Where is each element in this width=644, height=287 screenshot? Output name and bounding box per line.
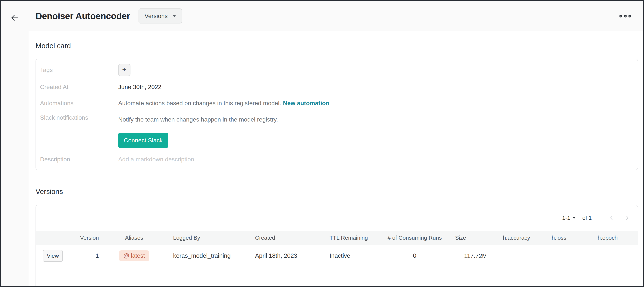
page-of-label: of 1: [582, 215, 592, 221]
version-cell: 1: [70, 245, 101, 267]
slack-notifications-text: Notify the team when changes happen in t…: [118, 114, 278, 125]
arrow-left-icon: [10, 13, 20, 22]
created-at-row: Created At June 30th, 2022: [36, 79, 638, 95]
tags-row: Tags +: [36, 61, 638, 79]
logged-by-run-link[interactable]: keras_model_training: [173, 252, 231, 259]
next-page-button[interactable]: [624, 215, 630, 221]
column-header-h-accuracy: h.accuracy: [496, 231, 536, 245]
h-accuracy-cell: [496, 245, 536, 267]
page-range-label: 1-1: [562, 215, 570, 221]
column-header-h-epoch: h.epoch: [572, 231, 638, 245]
column-header-actions: [36, 231, 70, 245]
logged-by-cell: keras_model_training: [168, 245, 246, 267]
description-row: Description Add a markdown description..…: [36, 149, 638, 170]
description-label: Description: [40, 156, 118, 163]
ellipsis-icon: [628, 15, 631, 17]
chevron-down-icon: [172, 15, 176, 17]
size-value: 117.72M: [464, 253, 486, 259]
page-title: Denoiser Autoencoder: [36, 11, 130, 21]
column-header-version: Version: [70, 231, 101, 245]
versions-heading: Versions: [36, 187, 643, 196]
column-header-aliases: Aliases: [101, 231, 168, 245]
pagination: 1-1 of 1: [36, 205, 638, 231]
automations-label: Automations: [40, 100, 118, 107]
tags-label: Tags: [40, 66, 118, 73]
main-content: Model card Tags + Created At June 30th, …: [28, 31, 643, 286]
h-epoch-cell: [572, 245, 638, 267]
topbar: Denoiser Autoencoder Versions: [28, 1, 643, 31]
overflow-menu-button[interactable]: [618, 13, 633, 19]
column-header-size: Size: [450, 231, 496, 245]
view-version-button[interactable]: View: [43, 250, 63, 262]
column-header-created: Created: [246, 231, 324, 245]
ellipsis-icon: [620, 15, 622, 17]
versions-dropdown[interactable]: Versions: [138, 8, 182, 23]
caret-down-icon: [572, 217, 576, 219]
model-card: Tags + Created At June 30th, 2022 Automa…: [36, 59, 638, 170]
back-button[interactable]: [9, 12, 21, 24]
created-cell: April 18th, 2023: [246, 245, 324, 267]
connect-slack-button[interactable]: Connect Slack: [118, 133, 168, 148]
table-row: View 1 @ latest keras_model_training Apr…: [36, 245, 638, 267]
consuming-runs-cell: 0: [380, 245, 450, 267]
automations-row: Automations Automate actions based on ch…: [36, 95, 638, 111]
sidebar: [1, 1, 28, 286]
chevron-right-icon: [624, 215, 630, 221]
add-tag-button[interactable]: +: [118, 64, 130, 76]
created-at-value: June 30th, 2022: [118, 84, 162, 90]
automations-text: Automate actions based on changes in thi…: [118, 98, 329, 108]
chevron-left-icon: [608, 215, 615, 221]
column-header-logged-by: Logged By: [168, 231, 246, 245]
versions-dropdown-label: Versions: [144, 12, 168, 19]
size-cell: 117.72M: [450, 245, 496, 267]
column-header-h-loss: h.loss: [536, 231, 572, 245]
versions-table-card: 1-1 of 1: [36, 205, 638, 286]
table-header-row: Version Aliases Logged By Created TTL Re…: [36, 231, 638, 245]
ttl-remaining-cell: Inactive: [324, 245, 380, 267]
ellipsis-icon: [624, 15, 627, 17]
automations-description: Automate actions based on changes in thi…: [118, 100, 281, 106]
versions-table: Version Aliases Logged By Created TTL Re…: [36, 231, 638, 267]
alias-latest-badge: @ latest: [119, 250, 149, 261]
model-card-heading: Model card: [36, 42, 643, 50]
column-header-consuming-runs: # of Consuming Runs: [380, 231, 450, 245]
new-automation-link[interactable]: New automation: [283, 100, 329, 106]
slack-notifications-label: Slack notifications: [40, 114, 118, 121]
previous-page-button[interactable]: [608, 215, 615, 221]
slack-notifications-row: Slack notifications Notify the team when…: [36, 111, 638, 149]
h-loss-cell: [536, 245, 572, 267]
page-range-dropdown[interactable]: 1-1: [562, 215, 576, 221]
description-placeholder[interactable]: Add a markdown description...: [118, 156, 199, 163]
column-header-ttl-remaining: TTL Remaining: [324, 231, 380, 245]
created-at-label: Created At: [40, 84, 118, 90]
